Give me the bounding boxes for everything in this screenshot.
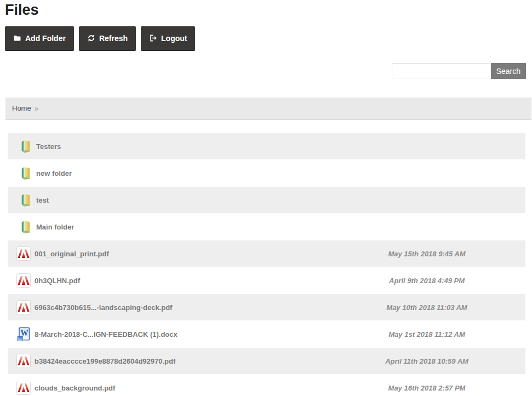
folder-icon bbox=[13, 34, 21, 42]
list-item-file[interactable]: W 8-March-2018-C...IGN-FEEDBACK (1).docx… bbox=[8, 321, 525, 347]
item-name: test bbox=[36, 196, 49, 204]
item-name: Testers bbox=[36, 142, 61, 151]
folder-icon bbox=[20, 193, 31, 207]
page-title: Files bbox=[5, 1, 532, 19]
list-item-file[interactable]: 6963c4b730b615...-landscaping-deck.pdf M… bbox=[8, 294, 525, 320]
list-item-folder[interactable]: Testers bbox=[8, 133, 525, 159]
pdf-icon bbox=[16, 300, 31, 314]
folder-icon bbox=[20, 139, 31, 153]
refresh-icon bbox=[87, 34, 95, 42]
breadcrumb: Home » bbox=[5, 97, 531, 120]
toolbar: Add Folder Refresh Logout bbox=[0, 26, 532, 51]
add-folder-button[interactable]: Add Folder bbox=[5, 26, 74, 51]
item-name: 8-March-2018-C...IGN-FEEDBACK (1).docx bbox=[35, 330, 178, 338]
item-name: 0h3QLHN.pdf bbox=[35, 277, 80, 285]
list-item-folder[interactable]: test bbox=[8, 187, 525, 213]
item-name: Main folder bbox=[36, 223, 74, 231]
list-item-folder[interactable]: Main folder bbox=[8, 214, 525, 240]
add-folder-label: Add Folder bbox=[25, 34, 66, 43]
search-button[interactable]: Search bbox=[491, 63, 526, 79]
search-input[interactable] bbox=[392, 64, 490, 78]
list-item-file[interactable]: 001_original_print.pdf May 15th 2018 9:4… bbox=[8, 240, 525, 267]
folder-icon bbox=[20, 166, 31, 180]
refresh-button[interactable]: Refresh bbox=[79, 26, 136, 51]
item-date: May 10th 2018 11:03 AM bbox=[328, 303, 525, 312]
item-name: new folder bbox=[36, 169, 72, 177]
list-item-file[interactable]: 0h3QLHN.pdf April 9th 2018 4:49 PM bbox=[8, 267, 525, 294]
item-name: clouds_background.pdf bbox=[35, 384, 115, 392]
refresh-label: Refresh bbox=[99, 34, 128, 43]
breadcrumb-home-link[interactable]: Home bbox=[12, 104, 31, 112]
item-date: May 1st 2018 11:12 AM bbox=[328, 330, 525, 338]
svg-text:W: W bbox=[21, 329, 28, 337]
file-list: Testers new folder bbox=[8, 133, 525, 396]
item-name: b38424eacccce199e8878d2604d92970.pdf bbox=[35, 357, 175, 365]
pdf-icon bbox=[16, 273, 31, 288]
item-name: 001_original_print.pdf bbox=[35, 250, 109, 258]
search-bar: Search bbox=[0, 63, 532, 79]
folder-icon bbox=[20, 220, 31, 234]
item-name: 6963c4b730b615...-landscaping-deck.pdf bbox=[35, 303, 172, 312]
list-item-file[interactable]: clouds_background.pdf May 16th 2018 2:57… bbox=[8, 375, 525, 396]
item-date: May 16th 2018 2:57 PM bbox=[328, 384, 525, 392]
logout-label: Logout bbox=[161, 34, 187, 43]
word-icon: W bbox=[16, 327, 31, 341]
item-date: May 15th 2018 9:45 AM bbox=[328, 250, 525, 258]
breadcrumb-separator-icon: » bbox=[35, 104, 39, 113]
pdf-icon bbox=[16, 381, 31, 395]
pdf-icon bbox=[16, 246, 31, 261]
logout-button[interactable]: Logout bbox=[141, 26, 195, 51]
list-item-folder[interactable]: new folder bbox=[8, 160, 525, 186]
item-date: April 9th 2018 4:49 PM bbox=[328, 277, 525, 285]
item-date: April 11th 2018 10:59 AM bbox=[328, 357, 525, 365]
list-item-file[interactable]: b38424eacccce199e8878d2604d92970.pdf Apr… bbox=[8, 348, 525, 374]
pdf-icon bbox=[16, 354, 31, 368]
logout-icon bbox=[149, 34, 157, 42]
